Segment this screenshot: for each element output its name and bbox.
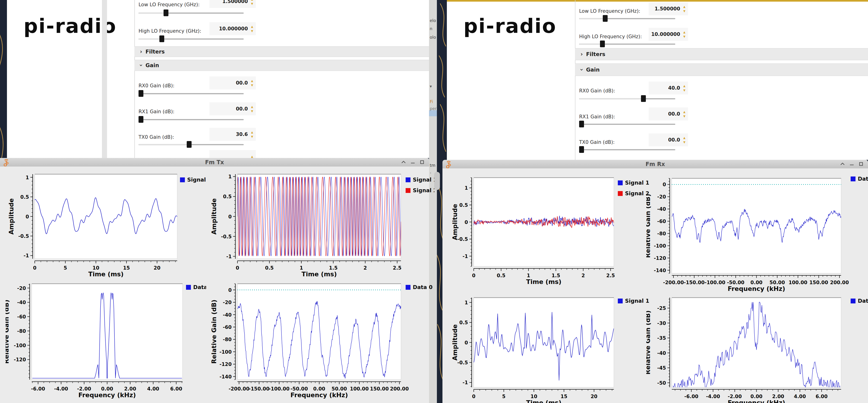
spinbox-arrows[interactable]: ▲▼ bbox=[249, 26, 255, 32]
spin-up-icon[interactable]: ▲ bbox=[251, 26, 253, 28]
right-tx0-gain-db-value[interactable]: 00.0▲▼ bbox=[649, 133, 688, 146]
left-rx1-gain-db-value[interactable]: 00.0▲▼ bbox=[209, 102, 256, 115]
left-rx0-gain-db-slider-handle[interactable] bbox=[138, 90, 144, 97]
rx-spec-audio-xlabel: Frequency (kHz) bbox=[727, 399, 785, 403]
left-low-lo-frequency-ghz-slider[interactable] bbox=[138, 9, 244, 17]
spin-up-icon[interactable]: ▲ bbox=[251, 0, 253, 0]
right-high-lo-frequency-ghz-slider[interactable] bbox=[579, 40, 675, 48]
svg-text:2.5: 2.5 bbox=[393, 265, 401, 271]
left-high-lo-frequency-ghz-value[interactable]: 10.000000▲▼ bbox=[209, 22, 256, 35]
maximize-button[interactable] bbox=[858, 161, 864, 167]
fm-tx-titlebar[interactable]: Fm Tx bbox=[0, 158, 429, 167]
tx-time-iq-xlabel: Time (ms) bbox=[302, 271, 337, 278]
value-text: 10.000000 bbox=[651, 31, 680, 37]
right-rx0-gain-db-slider[interactable] bbox=[579, 95, 675, 102]
spin-down-icon[interactable]: ▼ bbox=[251, 3, 253, 5]
right-rx1-gain-db-value[interactable]: 00.0▲▼ bbox=[649, 107, 688, 120]
spin-up-icon[interactable]: ▲ bbox=[683, 137, 685, 139]
spin-up-icon[interactable]: ▲ bbox=[251, 155, 253, 158]
slider-track[interactable] bbox=[579, 124, 675, 125]
spin-down-icon[interactable]: ▼ bbox=[683, 10, 685, 12]
spin-up-icon[interactable]: ▲ bbox=[683, 5, 685, 8]
svg-text:1.5: 1.5 bbox=[552, 273, 560, 278]
left-rx1-gain-db-slider-handle[interactable] bbox=[138, 116, 144, 123]
tx-spec-audio-canvas[interactable] bbox=[32, 284, 183, 380]
spin-up-icon[interactable]: ▲ bbox=[251, 105, 253, 108]
right-low-lo-frequency-ghz-value[interactable]: 1.500000▲▼ bbox=[649, 2, 688, 15]
spinbox-arrows[interactable]: ▲▼ bbox=[682, 137, 687, 143]
legend-swatch bbox=[618, 299, 623, 303]
right-section-gain[interactable]: ›Gain bbox=[575, 63, 868, 76]
tx-spec-rf-canvas[interactable] bbox=[238, 284, 401, 380]
spin-down-icon[interactable]: ▼ bbox=[251, 135, 253, 138]
spin-up-icon[interactable]: ▲ bbox=[251, 131, 253, 133]
spinbox-arrows[interactable]: ▲▼ bbox=[249, 131, 255, 138]
slider-track[interactable] bbox=[138, 93, 244, 94]
rx-spec-audio-canvas[interactable] bbox=[672, 298, 841, 387]
spin-down-icon[interactable]: ▼ bbox=[251, 110, 253, 112]
right-rx0-gain-db-value[interactable]: 40.0▲▼ bbox=[649, 82, 688, 94]
left-tx0-gain-db-slider[interactable] bbox=[138, 141, 244, 148]
right-rx1-gain-db-slider[interactable] bbox=[579, 120, 675, 128]
slider-track[interactable] bbox=[579, 149, 675, 150]
spin-up-icon[interactable]: ▲ bbox=[683, 85, 685, 87]
svg-text:100.00: 100.00 bbox=[350, 386, 369, 392]
spin-up-icon[interactable]: ▲ bbox=[683, 31, 685, 33]
shade-button[interactable] bbox=[840, 161, 845, 167]
spinbox-arrows[interactable]: ▲▼ bbox=[249, 105, 255, 112]
legend-label: Signal 2 bbox=[625, 190, 649, 196]
right-tx0-gain-db-slider[interactable] bbox=[579, 146, 675, 153]
tx-time-audio-canvas[interactable] bbox=[35, 174, 177, 259]
left-section-filters[interactable]: ›Filters bbox=[134, 46, 429, 57]
rx-time-audio-ylabel: Amplitude bbox=[451, 324, 459, 361]
background-scrollbar-thumb[interactable] bbox=[434, 172, 440, 190]
right-rx0-gain-db-slider-handle[interactable] bbox=[641, 95, 646, 102]
svg-text:150.00: 150.00 bbox=[809, 280, 828, 285]
left-low-lo-frequency-ghz-value[interactable]: 1.500000▲▼ bbox=[209, 0, 256, 8]
maximize-button[interactable] bbox=[419, 159, 425, 165]
left-rx1-gain-db-slider[interactable] bbox=[138, 116, 244, 123]
rx-time-audio-xlabel: Time (ms) bbox=[526, 399, 561, 403]
spinbox-arrows[interactable]: ▲▼ bbox=[682, 111, 687, 117]
left-tx0-gain-db-slider-handle[interactable] bbox=[187, 141, 192, 148]
spin-up-icon[interactable]: ▲ bbox=[251, 80, 253, 82]
right-section-filters[interactable]: ›Filters bbox=[575, 48, 868, 60]
right-rx1-gain-db-slider-handle[interactable] bbox=[579, 121, 584, 127]
fm-rx-titlebar[interactable]: Fm Rx bbox=[442, 160, 868, 168]
slider-track[interactable] bbox=[138, 119, 244, 120]
spinbox-arrows[interactable]: ▲▼ bbox=[682, 5, 687, 12]
scrollbar-track[interactable] bbox=[102, 0, 107, 158]
spin-down-icon[interactable]: ▼ bbox=[251, 84, 253, 86]
spin-down-icon[interactable]: ▼ bbox=[683, 35, 685, 38]
right-tx0-gain-db-slider-handle[interactable] bbox=[579, 146, 584, 153]
left-low-lo-frequency-ghz-slider-handle[interactable] bbox=[163, 9, 168, 16]
left-section-gain[interactable]: ›Gain bbox=[134, 60, 429, 71]
rx-time-audio-canvas[interactable] bbox=[474, 298, 614, 387]
right-high-lo-frequency-ghz-value[interactable]: 10.000000▲▼ bbox=[649, 28, 688, 41]
left-next-gain-value-partial[interactable]: ▲ bbox=[209, 150, 256, 158]
right-low-lo-frequency-ghz-slider[interactable] bbox=[579, 15, 675, 22]
left-tx0-gain-db-value[interactable]: 30.6▲▼ bbox=[209, 128, 256, 141]
spinbox-arrows[interactable]: ▲▼ bbox=[249, 80, 255, 86]
spin-down-icon[interactable]: ▼ bbox=[683, 141, 685, 143]
spinbox-arrows[interactable]: ▲ bbox=[249, 155, 255, 158]
svg-text:-1: -1 bbox=[226, 254, 231, 259]
left-high-lo-frequency-ghz-slider[interactable] bbox=[138, 35, 244, 42]
left-rx0-gain-db-value[interactable]: 00.0▲▼ bbox=[209, 76, 256, 89]
spinbox-arrows[interactable]: ▲▼ bbox=[682, 85, 687, 92]
minimize-button[interactable] bbox=[410, 159, 415, 165]
left-rx0-gain-db-slider[interactable] bbox=[138, 90, 244, 97]
left-high-lo-frequency-ghz-slider-handle[interactable] bbox=[159, 35, 164, 42]
right-rx0-gain-db-label: RX0 Gain (dB): bbox=[579, 88, 615, 94]
right-low-lo-frequency-ghz-slider-handle[interactable] bbox=[603, 15, 608, 22]
spin-down-icon[interactable]: ▼ bbox=[251, 30, 253, 32]
spin-down-icon[interactable]: ▼ bbox=[683, 89, 685, 92]
minimize-button[interactable] bbox=[849, 161, 855, 167]
shade-button[interactable] bbox=[401, 159, 406, 165]
spin-up-icon[interactable]: ▲ bbox=[683, 111, 685, 113]
spinbox-arrows[interactable]: ▲▼ bbox=[249, 0, 255, 5]
spin-down-icon[interactable]: ▼ bbox=[683, 115, 685, 117]
spinbox-arrows[interactable]: ▲▼ bbox=[682, 31, 687, 38]
pane-divider bbox=[134, 0, 135, 158]
right-high-lo-frequency-ghz-slider-handle[interactable] bbox=[600, 40, 605, 47]
